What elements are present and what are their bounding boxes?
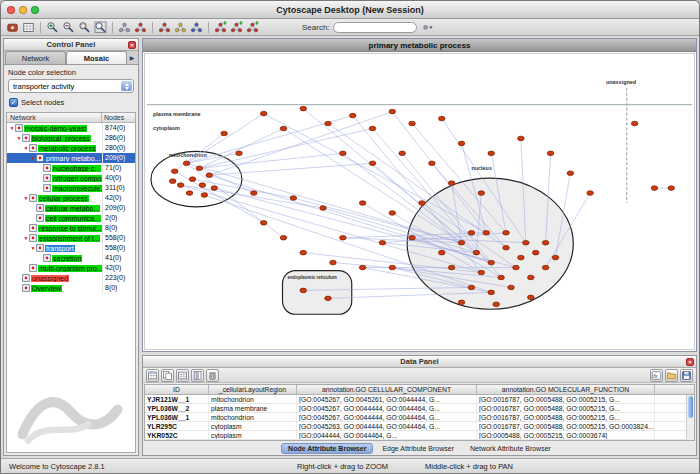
network-node[interactable] <box>483 231 490 236</box>
cell[interactable]: cytoplasm <box>209 431 297 439</box>
network-node[interactable] <box>493 302 500 307</box>
delete-attribute-icon[interactable] <box>206 369 219 382</box>
cell-id[interactable]: YKR052C <box>145 431 209 439</box>
network-node[interactable] <box>189 177 196 182</box>
network-node[interactable] <box>448 181 455 186</box>
network-overview-icon[interactable] <box>157 20 172 35</box>
network-node[interactable] <box>320 206 327 211</box>
network-node[interactable] <box>429 161 436 166</box>
network-node[interactable] <box>183 161 190 166</box>
zoom-fit-icon[interactable] <box>93 20 108 35</box>
tree-row[interactable]: unassigned223(0) <box>7 273 135 283</box>
table-row[interactable]: YKR052Ccytoplasm[GO:0044444, GO:0044464,… <box>145 431 694 440</box>
network-node[interactable] <box>438 116 445 121</box>
network-node[interactable] <box>458 300 465 305</box>
tab-network-attribute-browser[interactable]: Network Attribute Browser <box>463 443 558 454</box>
tab-edge-attribute-browser[interactable]: Edge Attribute Browser <box>375 443 461 454</box>
network-node[interactable] <box>236 151 243 156</box>
network-node[interactable] <box>567 171 574 176</box>
tree-row[interactable]: Overview8(0) <box>7 283 135 293</box>
network-node[interactable] <box>488 151 495 156</box>
cell[interactable]: [GO:0005488, GO:0005215, GO:0003674] <box>477 431 655 439</box>
network-node[interactable] <box>468 285 475 290</box>
tree-row[interactable]: macromolecule...311(0) <box>7 183 135 193</box>
tree-row[interactable]: ▼primary metabo...209(0) <box>7 153 135 163</box>
add-node-icon[interactable] <box>213 20 228 35</box>
network-node[interactable] <box>498 275 505 280</box>
network-node[interactable] <box>211 186 218 191</box>
search-input[interactable] <box>333 22 417 33</box>
open-attributes-icon[interactable] <box>665 369 678 382</box>
network-node[interactable] <box>221 131 228 136</box>
network-node[interactable] <box>587 191 594 196</box>
network-node[interactable] <box>199 183 206 188</box>
zoom-in-icon[interactable] <box>45 20 60 35</box>
attribute-function-icon[interactable]: fx <box>650 369 663 382</box>
tree-row[interactable]: nitrogen compo...40(0) <box>7 173 135 183</box>
network-node[interactable] <box>280 126 287 131</box>
column-header[interactable]: _cellularLayoutRegion <box>209 385 297 394</box>
table-row[interactable]: YPL036W__2plasma membrane[GO:0045267, GO… <box>145 404 694 413</box>
tree-row[interactable]: secretion41(0) <box>7 253 135 263</box>
tree-row[interactable]: cellular metabo...209(0) <box>7 203 135 213</box>
add-edge-icon[interactable] <box>229 20 244 35</box>
tree-row[interactable]: ▼transport558(0) <box>7 243 135 253</box>
network-node[interactable] <box>409 235 416 240</box>
cell-id[interactable]: YLR295C <box>145 422 209 430</box>
attribute-column-icon[interactable] <box>191 369 204 382</box>
network-node[interactable] <box>359 201 366 206</box>
network-node[interactable] <box>523 240 530 245</box>
tree-row[interactable]: ▼mosaic-demo-yeast874(0) <box>7 123 135 133</box>
network-node[interactable] <box>177 183 184 188</box>
tree-row[interactable]: ▼biological_process286(0) <box>7 133 135 143</box>
column-header[interactable]: annotation.GO MOLECULAR_FUNCTION <box>477 385 655 394</box>
tree-row[interactable]: nucleobase c...71(0) <box>7 163 135 173</box>
table-scrollbar[interactable] <box>686 395 694 440</box>
network-node[interactable] <box>196 166 203 171</box>
tree-row[interactable]: ▼cellular process42(0) <box>7 193 135 203</box>
cell[interactable]: mitochondrion <box>209 395 297 403</box>
network-node[interactable] <box>478 270 485 275</box>
network-node[interactable] <box>349 113 356 118</box>
network-node[interactable] <box>488 290 495 295</box>
cell[interactable]: cytoplasm <box>209 422 297 430</box>
window-zoom-button[interactable] <box>31 6 39 14</box>
network-node[interactable] <box>528 275 535 280</box>
filter-icon[interactable] <box>189 20 204 35</box>
network-node[interactable] <box>503 245 510 250</box>
hide-selected-icon[interactable] <box>117 20 132 35</box>
network-node[interactable] <box>518 136 525 141</box>
new-network-from-selection-icon[interactable] <box>133 20 148 35</box>
tree-row[interactable]: ▼metabolic process280(0) <box>7 143 135 153</box>
control-panel-close-icon[interactable]: × <box>128 41 136 49</box>
network-node[interactable] <box>438 250 445 255</box>
zoom-out-icon[interactable] <box>61 20 76 35</box>
network-node[interactable] <box>169 179 176 184</box>
network-node[interactable] <box>325 296 332 301</box>
vizmapper-icon[interactable] <box>173 20 188 35</box>
network-edge[interactable] <box>199 128 283 168</box>
network-edge[interactable] <box>209 163 372 175</box>
network-node[interactable] <box>300 250 307 255</box>
network-node[interactable] <box>300 106 307 111</box>
network-node[interactable] <box>369 161 376 166</box>
save-attributes-icon[interactable] <box>680 369 693 382</box>
network-node[interactable] <box>488 260 495 265</box>
network-node[interactable] <box>409 121 416 126</box>
cell[interactable]: [GO:0016787, GO:0005488, GO:0005215, G..… <box>477 413 655 421</box>
window-minimize-button[interactable] <box>19 6 27 14</box>
network-node[interactable] <box>201 193 208 198</box>
network-node[interactable] <box>458 240 465 245</box>
tab-mosaic[interactable]: Mosaic <box>66 51 127 64</box>
node-color-select[interactable]: transporter activity <box>8 79 134 93</box>
table-row[interactable]: YJR121W__1mitochondrion[GO:0045267, GO:0… <box>145 395 694 404</box>
cell-id[interactable]: YJR121W__1 <box>145 395 209 403</box>
cell[interactable]: [GO:0016787, GO:0005488, GO:0005215, G..… <box>477 395 655 403</box>
network-node[interactable] <box>359 265 366 270</box>
cell[interactable]: mitochondrion <box>209 413 297 421</box>
network-node[interactable] <box>325 121 332 126</box>
network-node[interactable] <box>528 295 535 300</box>
cell[interactable]: plasma membrane <box>209 404 297 412</box>
network-node[interactable] <box>552 255 559 260</box>
cell[interactable]: [GO:0045267, GO:0045261, GO:0044444, G..… <box>297 395 477 403</box>
